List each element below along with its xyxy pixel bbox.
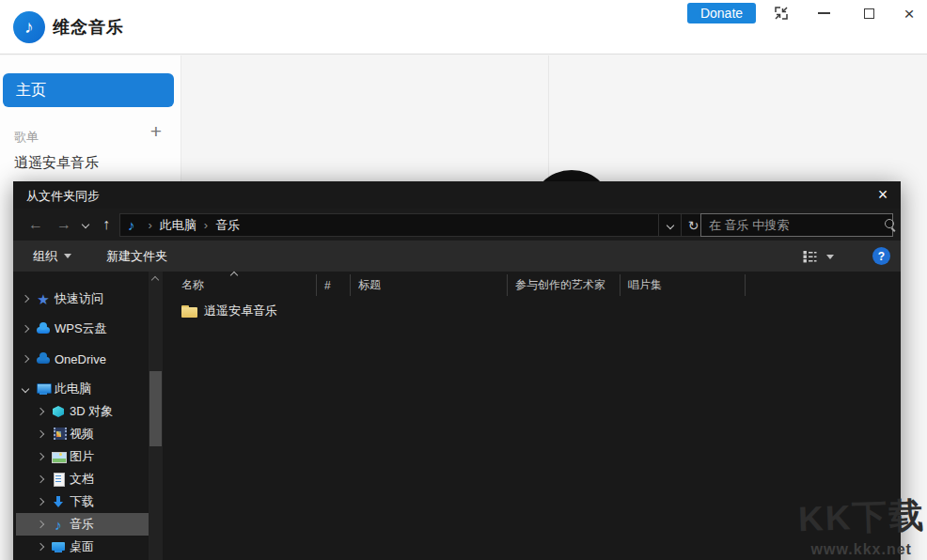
desktop-icon xyxy=(51,539,66,554)
tree-item-WPS云盘[interactable]: WPS云盘 xyxy=(13,318,149,340)
file-row[interactable]: 逍遥安卓音乐 xyxy=(165,301,277,321)
column-header-唱片集[interactable]: 唱片集 xyxy=(621,274,746,296)
question-icon: ? xyxy=(878,250,885,263)
screen: ♪ 维念音乐 Donate × 主页 歌单 + 逍遥安卓音乐 从文件夹同步 xyxy=(0,0,927,560)
sidebar-item-playlist[interactable]: 逍遥安卓音乐 xyxy=(14,154,99,172)
chevron-right-icon[interactable] xyxy=(37,408,44,415)
app-header: ♪ 维念音乐 Donate × xyxy=(0,0,927,54)
search-input[interactable] xyxy=(701,218,882,232)
maximize-button[interactable] xyxy=(854,0,884,26)
tree-item-快速访问[interactable]: ★快速访问 xyxy=(13,288,149,310)
folder-tree: ★快速访问WPS云盘OneDrive此电脑3D 对象视频图片文档下载♪音乐桌面 xyxy=(13,272,164,560)
chevron-right-icon[interactable] xyxy=(37,430,44,438)
up-button[interactable]: ↑ xyxy=(94,209,118,241)
film-icon xyxy=(51,427,66,442)
file-name: 逍遥安卓音乐 xyxy=(204,303,277,319)
download-icon xyxy=(51,494,66,509)
mini-mode-button[interactable] xyxy=(767,0,795,26)
chevron-right-icon[interactable] xyxy=(37,475,44,483)
playlists-section-label: 歌单 xyxy=(14,129,39,146)
breadcrumb-segment[interactable]: 此电脑 xyxy=(160,217,196,234)
breadcrumb-separator-icon: › xyxy=(149,218,152,232)
add-playlist-button[interactable]: + xyxy=(144,119,168,144)
address-dropdown-button[interactable] xyxy=(658,214,681,236)
chevron-right-icon[interactable] xyxy=(22,325,29,333)
back-button[interactable]: ← xyxy=(23,209,49,241)
column-header-标题[interactable]: 标题 xyxy=(351,274,508,296)
chevron-right-icon[interactable] xyxy=(22,355,29,363)
file-list: 名称#标题参与创作的艺术家唱片集 逍遥安卓音乐 xyxy=(165,272,901,560)
star-icon: ★ xyxy=(36,291,51,306)
chevron-right-icon[interactable] xyxy=(37,543,44,551)
chevron-right-icon[interactable] xyxy=(37,453,44,460)
tree-item-label: WPS云盘 xyxy=(55,320,107,337)
tree-item-桌面[interactable]: 桌面 xyxy=(13,536,149,558)
address-bar-controls: ↻ xyxy=(658,214,705,236)
chevron-right-icon[interactable] xyxy=(37,521,44,528)
dialog-close-button[interactable]: × xyxy=(871,183,895,207)
search-icon[interactable] xyxy=(882,217,887,234)
chevron-down-icon xyxy=(82,221,89,228)
tree-item-label: 快速访问 xyxy=(55,290,103,307)
forward-button[interactable]: → xyxy=(51,209,77,241)
cube-icon xyxy=(51,404,66,419)
tree-item-label: 桌面 xyxy=(70,538,94,555)
chevron-right-icon[interactable] xyxy=(37,498,44,506)
document-icon xyxy=(51,472,66,487)
tree-item-label: 图片 xyxy=(70,448,94,465)
minimize-button[interactable] xyxy=(809,0,839,26)
refresh-icon: ↻ xyxy=(688,218,699,233)
app-close-button[interactable]: × xyxy=(893,0,925,26)
address-bar[interactable]: ♪ ›此电脑›音乐 ↻ xyxy=(119,213,706,237)
tree-item-图片[interactable]: 图片 xyxy=(13,445,149,468)
dialog-body: ★快速访问WPS云盘OneDrive此电脑3D 对象视频图片文档下载♪音乐桌面 … xyxy=(13,272,901,560)
view-options-button[interactable] xyxy=(803,246,850,267)
tree-item-此电脑[interactable]: 此电脑 xyxy=(13,378,149,400)
app-logo-icon: ♪ xyxy=(13,11,45,43)
picture-icon xyxy=(51,449,66,464)
tree-item-label: 此电脑 xyxy=(55,381,91,397)
tree-item-下载[interactable]: 下载 xyxy=(13,490,149,513)
tree-item-OneDrive[interactable]: OneDrive xyxy=(13,348,149,370)
new-folder-button[interactable]: 新建文件夹 xyxy=(106,241,167,272)
tree-item-音乐[interactable]: ♪音乐 xyxy=(16,513,149,536)
column-header-名称[interactable]: 名称 xyxy=(165,274,317,296)
help-button[interactable]: ? xyxy=(872,247,890,265)
donate-button[interactable]: Donate xyxy=(687,3,756,23)
column-header-label: 标题 xyxy=(351,277,381,293)
scrollbar-thumb[interactable] xyxy=(149,371,162,446)
sort-ascending-icon xyxy=(230,272,238,279)
dialog-title: 从文件夹同步 xyxy=(26,188,100,205)
tree-scrollbar[interactable] xyxy=(149,272,163,560)
close-icon: × xyxy=(878,185,888,205)
sync-folder-dialog: 从文件夹同步 × ← → ↑ ♪ ›此电脑›音乐 ↻ 组织 xyxy=(13,181,901,560)
folder-icon xyxy=(181,303,196,319)
column-header-label: 名称 xyxy=(165,277,204,293)
tree-item-文档[interactable]: 文档 xyxy=(13,468,149,490)
tree-item-3D 对象[interactable]: 3D 对象 xyxy=(13,400,149,423)
column-header-label: 参与创作的艺术家 xyxy=(508,277,605,293)
tree-item-label: 音乐 xyxy=(70,516,94,533)
chevron-down-icon[interactable] xyxy=(22,385,29,393)
new-folder-label: 新建文件夹 xyxy=(106,248,167,265)
column-header-#[interactable]: # xyxy=(317,274,351,296)
tree-item-label: 3D 对象 xyxy=(70,403,113,420)
tree-item-label: 下载 xyxy=(70,493,94,510)
sidebar-item-home[interactable]: 主页 xyxy=(3,73,174,107)
organize-label: 组织 xyxy=(33,248,57,265)
forward-icon: → xyxy=(56,216,71,233)
chevron-down-icon xyxy=(64,254,71,258)
chevron-down-icon xyxy=(826,255,834,259)
chevron-right-icon[interactable] xyxy=(22,295,29,303)
breadcrumb: ›此电脑›音乐 xyxy=(141,217,241,234)
history-dropdown-button[interactable] xyxy=(77,209,94,241)
breadcrumb-segment[interactable]: 音乐 xyxy=(215,217,240,234)
column-header-参与创作的艺术家[interactable]: 参与创作的艺术家 xyxy=(508,274,621,296)
tree-item-视频[interactable]: 视频 xyxy=(13,423,149,445)
cloud-onedrive-icon xyxy=(36,351,51,366)
scroll-up-icon[interactable] xyxy=(151,276,159,284)
music-icon: ♪ xyxy=(51,517,66,532)
panel-divider xyxy=(548,55,549,181)
maximize-icon xyxy=(864,8,874,19)
organize-button[interactable]: 组织 xyxy=(33,241,71,272)
